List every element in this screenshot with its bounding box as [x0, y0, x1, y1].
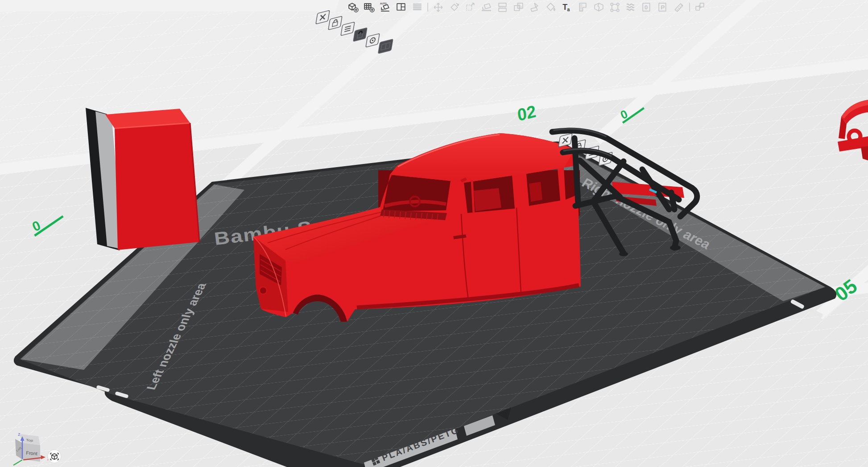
arrange-icon[interactable] — [395, 1, 407, 13]
add-plate-icon[interactable] — [363, 1, 375, 13]
background-top-band — [0, 0, 339, 12]
toolbar-separator — [689, 3, 690, 12]
nav-cube-top-label: Top — [26, 438, 33, 442]
primitive-icon[interactable]: P — [657, 1, 669, 13]
rotate-icon[interactable] — [448, 1, 460, 13]
svg-text:P: P — [661, 4, 665, 11]
lay-on-face-icon[interactable] — [480, 1, 492, 13]
add-icon[interactable] — [347, 1, 359, 13]
move-icon[interactable] — [432, 1, 444, 13]
support-paint-icon[interactable] — [625, 1, 637, 13]
svg-text:0: 0 — [645, 4, 648, 11]
fit-view-button[interactable] — [48, 450, 61, 463]
svg-text:T: T — [562, 2, 567, 11]
scale-icon[interactable] — [464, 1, 476, 13]
mesh-repair-icon[interactable] — [593, 1, 605, 13]
truck-headlight — [260, 287, 267, 294]
split-to-objects-icon[interactable] — [496, 1, 508, 13]
scene-canvas[interactable]: 02 05 0 0 — [0, 0, 868, 467]
axis-z-label: z — [18, 431, 21, 437]
text-icon[interactable]: Ta — [561, 1, 573, 13]
calibration-box[interactable] — [86, 108, 199, 250]
variable-layer-height-icon[interactable] — [577, 1, 589, 13]
negative-part-icon[interactable]: 0 — [641, 1, 653, 13]
svg-text:AUTO: AUTO — [380, 2, 387, 4]
measure-icon[interactable] — [673, 1, 685, 13]
cut-icon[interactable] — [529, 1, 541, 13]
svg-text:a: a — [567, 7, 570, 12]
box-front-face — [115, 123, 199, 250]
split-to-parts-icon[interactable] — [513, 1, 525, 13]
assembly-view-icon[interactable] — [694, 1, 706, 13]
color-paint-icon[interactable] — [545, 1, 557, 13]
main-toolbar: AUTOTa0P — [347, 0, 706, 14]
toolbar-separator — [427, 3, 428, 12]
slicer-viewport: { "toolbar": { "items": [ {"name":"add",… — [0, 0, 868, 467]
seam-paint-icon[interactable] — [609, 1, 621, 13]
auto-orient-icon[interactable]: AUTO — [379, 1, 391, 13]
nav-cube-front-label: Front — [26, 450, 37, 456]
split-view-list-icon[interactable] — [411, 1, 423, 13]
